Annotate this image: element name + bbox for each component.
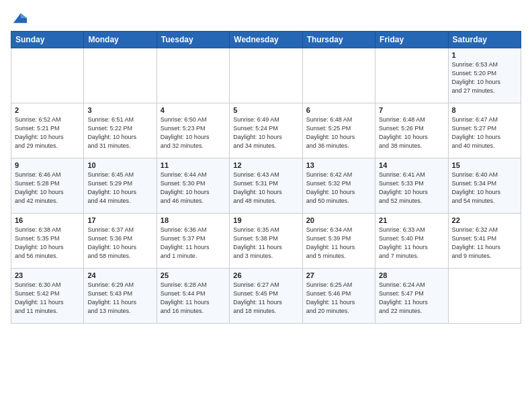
day-info: Sunrise: 6:41 AM Sunset: 5:33 PM Dayligh… bbox=[379, 171, 444, 205]
day-info: Sunrise: 6:30 AM Sunset: 5:42 PM Dayligh… bbox=[15, 281, 80, 316]
logo bbox=[11, 11, 27, 26]
day-info: Sunrise: 6:36 AM Sunset: 5:37 PM Dayligh… bbox=[161, 226, 226, 261]
page-container: SundayMondayTuesdayWednesdayThursdayFrid… bbox=[0, 0, 532, 411]
day-info: Sunrise: 6:52 AM Sunset: 5:21 PM Dayligh… bbox=[15, 116, 80, 150]
calendar-cell: 1Sunrise: 6:53 AM Sunset: 5:20 PM Daylig… bbox=[448, 48, 521, 103]
day-number: 6 bbox=[306, 106, 371, 114]
day-info: Sunrise: 6:25 AM Sunset: 5:46 PM Dayligh… bbox=[306, 281, 371, 316]
weekday-header-monday: Monday bbox=[84, 32, 157, 48]
calendar-cell: 23Sunrise: 6:30 AM Sunset: 5:42 PM Dayli… bbox=[11, 269, 84, 324]
day-number: 8 bbox=[452, 106, 517, 114]
calendar-cell: 27Sunrise: 6:25 AM Sunset: 5:46 PM Dayli… bbox=[302, 269, 375, 324]
day-number: 17 bbox=[87, 216, 152, 224]
calendar-cell: 20Sunrise: 6:34 AM Sunset: 5:39 PM Dayli… bbox=[302, 214, 375, 269]
day-number: 19 bbox=[233, 216, 298, 224]
calendar-header-row: SundayMondayTuesdayWednesdayThursdayFrid… bbox=[11, 32, 521, 48]
weekday-header-friday: Friday bbox=[375, 32, 448, 48]
day-info: Sunrise: 6:28 AM Sunset: 5:44 PM Dayligh… bbox=[161, 281, 226, 316]
calendar-week-4: 16Sunrise: 6:38 AM Sunset: 5:35 PM Dayli… bbox=[11, 214, 521, 269]
calendar-cell: 19Sunrise: 6:35 AM Sunset: 5:38 PM Dayli… bbox=[230, 214, 302, 269]
day-number: 27 bbox=[306, 271, 371, 279]
calendar-cell: 5Sunrise: 6:49 AM Sunset: 5:24 PM Daylig… bbox=[230, 103, 302, 158]
day-number: 14 bbox=[379, 161, 444, 169]
day-number: 9 bbox=[15, 161, 80, 169]
day-number: 23 bbox=[15, 271, 80, 279]
day-info: Sunrise: 6:45 AM Sunset: 5:29 PM Dayligh… bbox=[87, 171, 152, 205]
calendar-cell: 16Sunrise: 6:38 AM Sunset: 5:35 PM Dayli… bbox=[11, 214, 84, 269]
calendar-cell: 8Sunrise: 6:47 AM Sunset: 5:27 PM Daylig… bbox=[448, 103, 521, 158]
day-number: 21 bbox=[379, 216, 444, 224]
day-number: 18 bbox=[161, 216, 226, 224]
calendar-week-2: 2Sunrise: 6:52 AM Sunset: 5:21 PM Daylig… bbox=[11, 103, 521, 158]
calendar-cell: 2Sunrise: 6:52 AM Sunset: 5:21 PM Daylig… bbox=[11, 103, 84, 158]
calendar-week-5: 23Sunrise: 6:30 AM Sunset: 5:42 PM Dayli… bbox=[11, 269, 521, 324]
calendar-cell: 11Sunrise: 6:44 AM Sunset: 5:30 PM Dayli… bbox=[157, 158, 229, 214]
calendar-cell: 24Sunrise: 6:29 AM Sunset: 5:43 PM Dayli… bbox=[84, 269, 157, 324]
day-info: Sunrise: 6:34 AM Sunset: 5:39 PM Dayligh… bbox=[306, 226, 371, 261]
day-number: 15 bbox=[452, 161, 517, 169]
svg-marker-1 bbox=[21, 13, 27, 18]
calendar-cell: 3Sunrise: 6:51 AM Sunset: 5:22 PM Daylig… bbox=[84, 103, 157, 158]
calendar-cell bbox=[84, 48, 157, 103]
calendar-week-3: 9Sunrise: 6:46 AM Sunset: 5:28 PM Daylig… bbox=[11, 158, 521, 214]
day-number: 25 bbox=[161, 271, 226, 279]
calendar-cell bbox=[375, 48, 448, 103]
day-info: Sunrise: 6:27 AM Sunset: 5:45 PM Dayligh… bbox=[233, 281, 298, 316]
calendar-cell bbox=[157, 48, 229, 103]
day-info: Sunrise: 6:35 AM Sunset: 5:38 PM Dayligh… bbox=[233, 226, 298, 261]
weekday-header-tuesday: Tuesday bbox=[157, 32, 229, 48]
day-info: Sunrise: 6:48 AM Sunset: 5:25 PM Dayligh… bbox=[306, 116, 371, 150]
calendar-cell: 12Sunrise: 6:43 AM Sunset: 5:31 PM Dayli… bbox=[230, 158, 302, 214]
day-number: 26 bbox=[233, 271, 298, 279]
day-number: 5 bbox=[233, 106, 298, 114]
calendar-cell: 14Sunrise: 6:41 AM Sunset: 5:33 PM Dayli… bbox=[375, 158, 448, 214]
day-number: 13 bbox=[306, 161, 371, 169]
calendar-cell: 7Sunrise: 6:48 AM Sunset: 5:26 PM Daylig… bbox=[375, 103, 448, 158]
day-info: Sunrise: 6:46 AM Sunset: 5:28 PM Dayligh… bbox=[15, 171, 80, 205]
calendar-cell: 28Sunrise: 6:24 AM Sunset: 5:47 PM Dayli… bbox=[375, 269, 448, 324]
day-number: 16 bbox=[15, 216, 80, 224]
day-info: Sunrise: 6:48 AM Sunset: 5:26 PM Dayligh… bbox=[379, 116, 444, 150]
calendar-table: SundayMondayTuesdayWednesdayThursdayFrid… bbox=[11, 31, 521, 324]
calendar-cell: 15Sunrise: 6:40 AM Sunset: 5:34 PM Dayli… bbox=[448, 158, 521, 214]
calendar-cell: 22Sunrise: 6:32 AM Sunset: 5:41 PM Dayli… bbox=[448, 214, 521, 269]
day-info: Sunrise: 6:24 AM Sunset: 5:47 PM Dayligh… bbox=[379, 281, 444, 316]
calendar-cell: 13Sunrise: 6:42 AM Sunset: 5:32 PM Dayli… bbox=[302, 158, 375, 214]
calendar-cell bbox=[448, 269, 521, 324]
day-info: Sunrise: 6:53 AM Sunset: 5:20 PM Dayligh… bbox=[452, 60, 517, 95]
calendar-cell: 10Sunrise: 6:45 AM Sunset: 5:29 PM Dayli… bbox=[84, 158, 157, 214]
day-info: Sunrise: 6:43 AM Sunset: 5:31 PM Dayligh… bbox=[233, 171, 298, 205]
logo-icon bbox=[12, 11, 27, 26]
page-header bbox=[11, 11, 521, 26]
day-info: Sunrise: 6:51 AM Sunset: 5:22 PM Dayligh… bbox=[87, 116, 152, 150]
day-number: 7 bbox=[379, 106, 444, 114]
day-info: Sunrise: 6:38 AM Sunset: 5:35 PM Dayligh… bbox=[15, 226, 80, 261]
calendar-cell bbox=[11, 48, 84, 103]
day-number: 28 bbox=[379, 271, 444, 279]
weekday-header-thursday: Thursday bbox=[302, 32, 375, 48]
calendar-cell bbox=[230, 48, 302, 103]
calendar-week-1: 1Sunrise: 6:53 AM Sunset: 5:20 PM Daylig… bbox=[11, 48, 521, 103]
calendar-cell: 26Sunrise: 6:27 AM Sunset: 5:45 PM Dayli… bbox=[230, 269, 302, 324]
day-number: 2 bbox=[15, 106, 80, 114]
day-info: Sunrise: 6:40 AM Sunset: 5:34 PM Dayligh… bbox=[452, 171, 517, 205]
weekday-header-saturday: Saturday bbox=[448, 32, 521, 48]
day-number: 24 bbox=[87, 271, 152, 279]
calendar-cell: 25Sunrise: 6:28 AM Sunset: 5:44 PM Dayli… bbox=[157, 269, 229, 324]
day-number: 11 bbox=[161, 161, 226, 169]
calendar-cell: 17Sunrise: 6:37 AM Sunset: 5:36 PM Dayli… bbox=[84, 214, 157, 269]
weekday-header-sunday: Sunday bbox=[11, 32, 84, 48]
day-info: Sunrise: 6:47 AM Sunset: 5:27 PM Dayligh… bbox=[452, 116, 517, 150]
calendar-cell: 6Sunrise: 6:48 AM Sunset: 5:25 PM Daylig… bbox=[302, 103, 375, 158]
day-number: 1 bbox=[452, 51, 517, 59]
calendar-cell: 18Sunrise: 6:36 AM Sunset: 5:37 PM Dayli… bbox=[157, 214, 229, 269]
day-info: Sunrise: 6:33 AM Sunset: 5:40 PM Dayligh… bbox=[379, 226, 444, 261]
day-number: 20 bbox=[306, 216, 371, 224]
day-number: 12 bbox=[233, 161, 298, 169]
day-info: Sunrise: 6:42 AM Sunset: 5:32 PM Dayligh… bbox=[306, 171, 371, 205]
calendar-cell: 21Sunrise: 6:33 AM Sunset: 5:40 PM Dayli… bbox=[375, 214, 448, 269]
weekday-header-wednesday: Wednesday bbox=[230, 32, 302, 48]
calendar-cell: 4Sunrise: 6:50 AM Sunset: 5:23 PM Daylig… bbox=[157, 103, 229, 158]
day-info: Sunrise: 6:37 AM Sunset: 5:36 PM Dayligh… bbox=[87, 226, 152, 261]
day-number: 4 bbox=[161, 106, 226, 114]
